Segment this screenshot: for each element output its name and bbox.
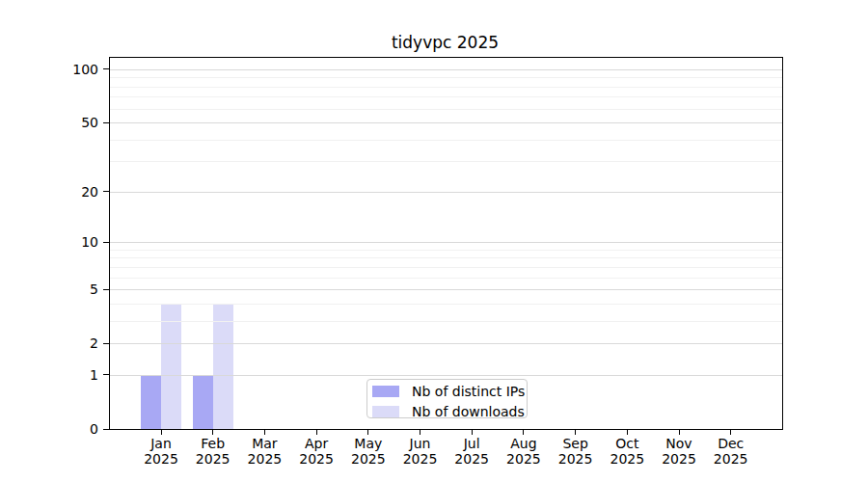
x-tick-year: 2025 (704, 451, 758, 467)
gridline-major (110, 192, 782, 193)
x-tick-month: Aug (497, 436, 551, 451)
x-tick-label: Aug2025 (497, 436, 551, 467)
y-tick-label: 5 (2, 281, 98, 298)
gridline-major (110, 122, 782, 123)
gridline-minor (110, 250, 782, 251)
x-tick-month: Oct (600, 436, 654, 451)
x-tick-year: 2025 (393, 451, 448, 467)
x-tick-label: Dec2025 (704, 436, 758, 467)
gridline-minor (110, 304, 782, 305)
x-tick-month: Apr (289, 436, 343, 451)
bar-distinct-ips (193, 375, 213, 429)
gridline-minor (110, 257, 782, 258)
y-tick-mark (103, 242, 109, 243)
x-tick-year: 2025 (134, 451, 188, 467)
x-tick-mark (161, 429, 162, 435)
gridline-minor (110, 161, 782, 162)
legend-swatch-downloads (372, 406, 399, 417)
x-tick-year: 2025 (497, 451, 551, 467)
x-tick-label: Jan2025 (134, 436, 188, 467)
x-tick-label: Sep2025 (549, 436, 603, 467)
x-tick-mark (316, 429, 317, 435)
y-tick-mark (103, 191, 109, 192)
gridline-major (110, 69, 782, 70)
y-tick-mark (103, 429, 109, 430)
chart-figure: tidyvpc 2025 Nb of distinct IPs Nb of do… (0, 0, 868, 482)
y-tick-label: 20 (2, 183, 98, 201)
x-tick-month: Jun (393, 436, 448, 451)
x-tick-month: Feb (186, 436, 240, 451)
x-tick-label: Mar2025 (237, 436, 291, 467)
x-tick-year: 2025 (600, 451, 654, 467)
chart-title: tidyvpc 2025 (109, 33, 781, 52)
x-tick-label: May2025 (341, 436, 395, 467)
plot-area: Nb of distinct IPs Nb of downloads 01251… (109, 57, 783, 430)
y-tick-label: 10 (2, 233, 98, 251)
gridline-minor (110, 109, 782, 110)
y-tick-mark (103, 343, 109, 344)
x-tick-label: Jun2025 (393, 436, 448, 467)
legend-item-downloads: Nb of downloads (372, 403, 527, 420)
x-tick-month: Jul (445, 436, 499, 451)
legend: Nb of distinct IPs Nb of downloads (366, 379, 528, 418)
x-tick-mark (264, 429, 265, 435)
legend-label-distinct-ips: Nb of distinct IPs (412, 384, 525, 399)
x-tick-label: Jul2025 (445, 436, 499, 467)
gridline-major (110, 343, 782, 344)
gridline-minor (110, 278, 782, 279)
y-tick-label: 100 (2, 61, 98, 78)
x-tick-mark (367, 429, 368, 435)
gridline-minor (110, 87, 782, 88)
legend-item-distinct-ips: Nb of distinct IPs (372, 383, 527, 400)
x-tick-month: Dec (704, 436, 758, 451)
x-tick-label: Nov2025 (652, 436, 706, 467)
x-tick-mark (472, 429, 473, 435)
bar-downloads (161, 304, 181, 429)
bar-distinct-ips (141, 375, 161, 429)
y-tick-label: 2 (2, 335, 98, 352)
gridline-major (110, 242, 782, 243)
y-tick-label: 50 (2, 114, 98, 131)
x-tick-mark (523, 429, 524, 435)
gridline-minor (110, 140, 782, 141)
gridline-major (110, 289, 782, 290)
x-tick-mark (730, 429, 731, 435)
y-tick-label: 1 (2, 366, 98, 384)
x-tick-year: 2025 (445, 451, 499, 467)
legend-swatch-distinct-ips (372, 386, 399, 397)
y-tick-mark (103, 289, 109, 290)
x-tick-mark (212, 429, 213, 435)
x-tick-mark (679, 429, 680, 435)
y-tick-mark (103, 374, 109, 375)
y-tick-mark (103, 122, 109, 123)
x-tick-mark (420, 429, 420, 435)
x-tick-label: Oct2025 (600, 436, 654, 467)
x-tick-year: 2025 (186, 451, 240, 467)
x-tick-mark (627, 429, 628, 435)
x-tick-year: 2025 (237, 451, 291, 467)
y-tick-mark (103, 68, 109, 69)
bar-downloads (213, 304, 233, 429)
gridline-minor (110, 96, 782, 97)
gridline-minor (110, 267, 782, 268)
x-tick-year: 2025 (549, 451, 603, 467)
x-tick-month: Mar (237, 436, 291, 451)
x-tick-month: Jan (134, 436, 188, 451)
legend-label-downloads: Nb of downloads (412, 404, 525, 419)
x-tick-year: 2025 (289, 451, 343, 467)
gridline-minor (110, 321, 782, 322)
x-tick-mark (575, 429, 576, 435)
gridline-major (110, 375, 782, 376)
x-tick-month: May (341, 436, 395, 451)
gridline-minor (110, 77, 782, 78)
x-tick-month: Sep (549, 436, 603, 451)
x-tick-year: 2025 (652, 451, 706, 467)
x-tick-label: Apr2025 (289, 436, 343, 467)
x-tick-month: Nov (652, 436, 706, 451)
x-tick-label: Feb2025 (186, 436, 240, 467)
x-tick-year: 2025 (341, 451, 395, 467)
y-tick-label: 0 (2, 420, 98, 438)
